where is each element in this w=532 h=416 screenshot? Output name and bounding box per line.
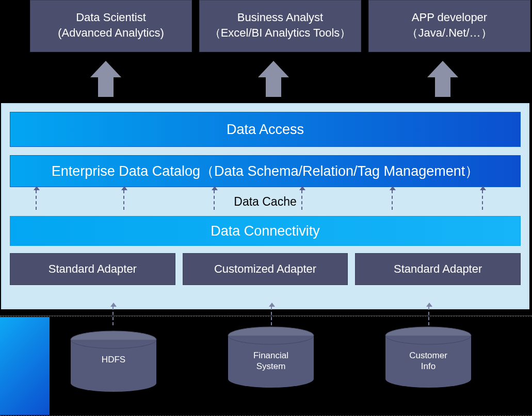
consumer-title: APP developer — [373, 10, 526, 25]
arrow-up-icon — [301, 190, 302, 210]
consumer-sub: （Excel/BI Analytics Tools） — [204, 25, 357, 41]
arrow-up-icon — [428, 307, 429, 325]
layer-label: Data Cache — [234, 195, 296, 209]
source-label: Financial System — [227, 350, 315, 372]
arrow-up-icon — [123, 190, 124, 210]
consumer-sub: (Advanced Analytics) — [35, 25, 187, 41]
platform-container: Data Access Enterprise Data Catalog（Data… — [1, 103, 529, 309]
layer-data-connectivity: Data Connectivity — [10, 216, 521, 246]
adapter-standard-1: Standard Adapter — [10, 253, 175, 285]
consumer-business-analyst: Business Analyst （Excel/BI Analytics Too… — [199, 0, 361, 52]
sources-strip: HDFS Financial System Customer Info — [0, 315, 532, 416]
source-label: Customer Info — [384, 350, 472, 372]
arrow-up-icon — [392, 190, 393, 210]
consumer-title: Data Scientist — [35, 10, 187, 25]
svg-point-2 — [71, 374, 156, 392]
consumer-title: Business Analyst — [204, 10, 357, 25]
arrow-up-icon — [258, 61, 289, 97]
adapter-row: Standard Adapter Customized Adapter Stan… — [10, 253, 521, 285]
source-label: HDFS — [70, 354, 157, 365]
adapter-label: Customized Adapter — [214, 262, 316, 276]
accent-block — [0, 317, 50, 415]
arrow-up-icon — [271, 307, 272, 325]
layer-data-catalog: Enterprise Data Catalog（Data Schema/Rela… — [10, 155, 521, 187]
arrow-up-icon — [427, 61, 458, 97]
adapter-standard-2: Standard Adapter — [355, 253, 521, 285]
adapter-label: Standard Adapter — [394, 262, 482, 276]
layer-label: Data Access — [227, 122, 304, 138]
svg-point-6 — [228, 370, 314, 388]
layer-data-cache: Data Cache — [10, 187, 521, 216]
layer-data-access: Data Access — [10, 112, 521, 147]
arrow-up-icon — [214, 190, 215, 210]
consumer-row: Data Scientist (Advanced Analytics) Busi… — [30, 0, 530, 52]
consumer-app-developer: APP developer （Java/.Net/…） — [368, 0, 530, 52]
arrow-up-icon — [36, 190, 37, 210]
source-hdfs: HDFS — [70, 330, 157, 392]
layer-label: Data Connectivity — [211, 223, 320, 239]
arrow-up-icon — [90, 61, 121, 97]
arrow-up-icon — [112, 307, 114, 325]
adapter-label: Standard Adapter — [49, 262, 137, 276]
adapter-customized: Customized Adapter — [183, 253, 348, 285]
consumer-sub: （Java/.Net/…） — [373, 25, 526, 41]
svg-point-10 — [385, 370, 471, 388]
layer-label: Enterprise Data Catalog（Data Schema/Rela… — [52, 162, 479, 180]
source-financial-system: Financial System — [227, 326, 315, 388]
source-customer-info: Customer Info — [384, 326, 472, 388]
arrow-up-icon — [482, 190, 483, 210]
consumer-data-scientist: Data Scientist (Advanced Analytics) — [30, 0, 192, 52]
